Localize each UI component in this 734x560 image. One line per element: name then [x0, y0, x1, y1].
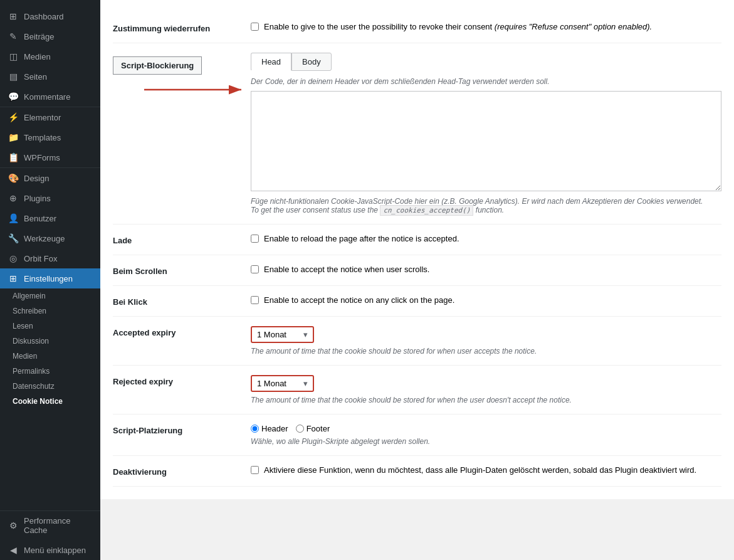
sidebar-item-label: Menü einklappen	[24, 546, 86, 555]
sidebar-item-label: Seiten	[24, 72, 47, 82]
sidebar-item-label: Medien	[24, 52, 51, 61]
sidebar-item-design[interactable]: 🎨 Design	[0, 168, 100, 188]
sidebar-sub-cookie-notice[interactable]: Cookie Notice	[0, 394, 100, 409]
desc-head-top: Der Code, der in deinem Header vor dem s…	[251, 77, 721, 86]
checkbox-label-klick: Enable to accept the notice on any click…	[264, 295, 454, 305]
content-beim-scrollen: Enable to accept the notice when user sc…	[251, 265, 721, 274]
settings-content-area: Zustimmung wiederrufen Enable to give to…	[100, 0, 734, 499]
sidebar-item-label: Dashboard	[24, 12, 64, 21]
sidebar-item-label: Templates	[24, 133, 61, 142]
red-arrow	[138, 80, 251, 99]
radio-label-footer[interactable]: Footer	[296, 424, 330, 433]
content-script-platzierung: Header Footer Wähle, wo alle Plugin-Skri…	[251, 424, 721, 446]
einstellungen-icon: ⊞	[8, 273, 19, 283]
checkbox-bei-klick[interactable]	[251, 296, 259, 304]
sidebar: ⊞ Dashboard ✎ Beiträge ◫ Medien ▤ Seiten…	[0, 0, 100, 560]
sidebar-item-beitraege[interactable]: ✎ Beiträge	[0, 26, 100, 46]
checkbox-row-deaktivierung: Aktiviere diese Funktion, wenn du möchte…	[251, 465, 721, 475]
sidebar-sub-allgemein[interactable]: Allgemein	[0, 288, 100, 304]
label-zustimmung: Zustimmung wiederrufen	[113, 22, 210, 33]
wpforms-icon: 📋	[8, 152, 19, 162]
sidebar-item-orbit-fox[interactable]: ◎ Orbit Fox	[0, 248, 100, 268]
sidebar-sub-lesen[interactable]: Lesen	[0, 319, 100, 334]
templates-icon: 📁	[8, 132, 19, 142]
werkzeuge-icon: 🔧	[8, 233, 19, 243]
label-deaktivierung: Deaktivierung	[113, 465, 167, 477]
label-beim-scrollen: Beim Scrollen	[113, 265, 167, 276]
sidebar-item-dashboard[interactable]: ⊞ Dashboard	[0, 6, 100, 26]
row-deaktivierung: Deaktivierung Aktiviere diese Funktion, …	[113, 456, 721, 487]
radio-label-header[interactable]: Header	[251, 424, 288, 433]
sidebar-sub-medien-sub[interactable]: Medien	[0, 349, 100, 364]
sidebar-item-menu-einklappen[interactable]: ◀ Menü einklappen	[0, 540, 100, 560]
radio-row-platzierung: Header Footer	[251, 424, 721, 433]
sidebar-item-label: Kommentare	[24, 92, 70, 102]
label-rejected-expiry: Rejected expiry	[113, 375, 173, 386]
sidebar-sub-permalinks[interactable]: Permalinks	[0, 364, 100, 379]
sidebar-item-elementor[interactable]: ⚡ Elementor	[0, 107, 100, 127]
sidebar-item-plugins[interactable]: ⊕ Plugins	[0, 188, 100, 208]
sidebar-item-templates[interactable]: 📁 Templates	[0, 127, 100, 147]
row-script-blockierung: Script-Blockierung Head Body	[113, 43, 721, 225]
desc-rejected-expiry: The amount of time that the cookie shoul…	[251, 396, 721, 404]
content-zustimmung: Enable to give to the user the possibili…	[251, 22, 721, 31]
benutzer-icon: 👤	[8, 213, 19, 223]
checkbox-lade[interactable]	[251, 235, 259, 243]
rejected-expiry-select-wrapper: 1 Monat 3 Monate 6 Monate 1 Jahr Unbegre…	[251, 375, 314, 392]
sidebar-sub-schreiben[interactable]: Schreiben	[0, 304, 100, 319]
radio-header[interactable]	[251, 425, 259, 433]
sidebar-item-einstellungen[interactable]: ⊞ Einstellungen	[0, 268, 100, 288]
checkbox-zustimmung[interactable]	[251, 23, 259, 31]
tab-body[interactable]: Body	[291, 53, 332, 71]
dashboard-icon: ⊞	[8, 11, 19, 21]
checkbox-label-scrollen: Enable to accept the notice when user sc…	[264, 265, 429, 274]
row-beim-scrollen: Beim Scrollen Enable to accept the notic…	[113, 255, 721, 286]
desc-script-platzierung: Wähle, wo alle Plugin-Skripte abgelegt w…	[251, 437, 721, 446]
checkbox-beim-scrollen[interactable]	[251, 265, 259, 273]
design-icon: 🎨	[8, 173, 19, 183]
main-content: Zustimmung wiederrufen Enable to give to…	[100, 0, 734, 560]
checkbox-label-deaktivierung: Aktiviere diese Funktion, wenn du möchte…	[264, 465, 696, 475]
sidebar-item-kommentare[interactable]: 💬 Kommentare	[0, 87, 100, 107]
label-script-platzierung: Script-Platzierung	[113, 424, 182, 435]
sidebar-item-label: WPForms	[24, 153, 60, 162]
sidebar-item-performance-cache[interactable]: ⚙ Performance Cache	[0, 511, 100, 540]
medien-icon: ◫	[8, 51, 19, 61]
label-bei-klick: Bei Klick	[113, 295, 147, 307]
tab-head[interactable]: Head	[251, 53, 291, 71]
label-accepted-expiry: Accepted expiry	[113, 326, 176, 337]
checkbox-row-lade: Enable to reload the page after the noti…	[251, 234, 721, 243]
plugins-icon: ⊕	[8, 193, 19, 203]
checkbox-label-zustimmung: Enable to give to the user the possibili…	[264, 22, 652, 31]
checkbox-row-scrollen: Enable to accept the notice when user sc…	[251, 265, 721, 274]
checkbox-deaktivierung[interactable]	[251, 466, 259, 474]
sidebar-item-label: Design	[24, 174, 49, 183]
sidebar-item-seiten[interactable]: ▤ Seiten	[0, 66, 100, 87]
seiten-icon: ▤	[8, 71, 19, 82]
radio-footer[interactable]	[296, 425, 304, 433]
content-lade: Enable to reload the page after the noti…	[251, 234, 721, 243]
row-bei-klick: Bei Klick Enable to accept the notice on…	[113, 286, 721, 317]
sidebar-item-label: Benutzer	[24, 214, 56, 223]
script-head-textarea[interactable]	[251, 91, 721, 191]
accepted-expiry-select[interactable]: 1 Monat 3 Monate 6 Monate 1 Jahr Unbegre…	[257, 330, 313, 339]
sidebar-item-label: Elementor	[24, 113, 61, 122]
performance-cache-icon: ⚙	[8, 520, 19, 531]
sidebar-sub-diskussion[interactable]: Diskussion	[0, 334, 100, 349]
sidebar-item-label: Plugins	[24, 194, 51, 203]
sidebar-item-label: Werkzeuge	[24, 234, 65, 243]
row-accepted-expiry: Accepted expiry 1 Monat 3 Monate 6 Monat…	[113, 317, 721, 366]
sidebar-item-wpforms[interactable]: 📋 WPForms	[0, 147, 100, 167]
sidebar-item-werkzeuge[interactable]: 🔧 Werkzeuge	[0, 228, 100, 248]
content-accepted-expiry: 1 Monat 3 Monate 6 Monate 1 Jahr Unbegre…	[251, 326, 721, 356]
sidebar-item-medien[interactable]: ◫ Medien	[0, 46, 100, 66]
code-snippet: cn_cookies_accepted()	[380, 205, 473, 216]
radio-footer-label: Footer	[307, 424, 330, 433]
row-lade: Lade Enable to reload the page after the…	[113, 225, 721, 255]
sidebar-item-benutzer[interactable]: 👤 Benutzer	[0, 208, 100, 228]
content-rejected-expiry: 1 Monat 3 Monate 6 Monate 1 Jahr Unbegre…	[251, 375, 721, 404]
sidebar-sub-datenschutz[interactable]: Datenschutz	[0, 379, 100, 394]
kommentare-icon: 💬	[8, 92, 19, 102]
sidebar-item-label: Orbit Fox	[24, 254, 57, 263]
rejected-expiry-select[interactable]: 1 Monat 3 Monate 6 Monate 1 Jahr Unbegre…	[257, 379, 313, 388]
